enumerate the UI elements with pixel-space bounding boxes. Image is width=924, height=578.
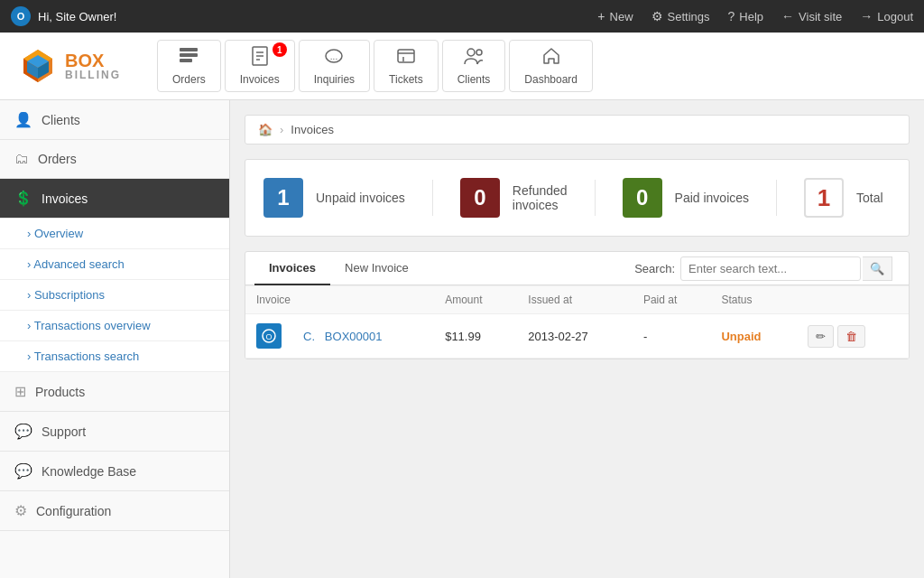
nav-inquiries[interactable]: ... Inquiries [299,40,370,92]
invoices-icon [250,46,270,71]
svg-rect-9 [180,59,192,62]
sidebar-item-clients[interactable]: 👤 Clients [0,100,229,140]
total-badge: 1 [804,178,844,218]
total-label: Total [856,191,883,205]
col-invoice: Invoice [245,286,434,314]
col-actions [797,286,909,314]
top-nav-links: + New ⚙ Settings ? Help ← Visit site → L… [597,9,913,23]
delete-button[interactable]: 🗑 [837,325,865,348]
search-label: Search: [634,262,675,275]
logo-text: BOX BILLING [65,51,121,80]
arrow-left-icon: ← [781,9,794,23]
stat-refunded: 0 Refundedinvoices [460,178,568,218]
submenu-advanced-search[interactable]: Advanced search [0,249,229,280]
nav-orders[interactable]: Orders [157,40,221,92]
stat-divider-2 [595,180,596,216]
sidebar-item-support[interactable]: 💬 Support [0,412,229,452]
col-issued: Issued at [517,286,633,314]
stat-total: 1 Total [804,178,883,218]
main-header: BOX BILLING Orders 1 Invoices ... Inquir… [0,33,924,100]
edit-button[interactable]: ✏ [808,325,834,348]
sidebar-item-configuration[interactable]: ⚙ Configuration [0,491,229,531]
support-sidebar-icon: 💬 [14,423,32,440]
brand-greeting: O Hi, Site Owner! [11,6,597,26]
help-link[interactable]: ? Help [728,9,764,23]
row-issued: 2013-02-27 [517,314,633,359]
svg-rect-8 [180,53,198,57]
invoice-tabs: Invoices New Invoice Search: 🔍 [245,252,909,285]
refunded-label: Refundedinvoices [513,183,568,212]
main-nav: Orders 1 Invoices ... Inquiries Tickets [157,40,593,92]
submenu-overview[interactable]: Overview [0,219,229,249]
tickets-icon [396,46,416,71]
row-actions: ✏ 🗑 [797,314,909,359]
top-bar: O Hi, Site Owner! + New ⚙ Settings ? Hel… [0,0,924,33]
stat-divider-1 [432,180,433,216]
tab-invoices[interactable]: Invoices [254,252,330,285]
logo-cube [18,46,58,86]
submenu-transactions-overview[interactable]: Transactions overview [0,311,229,341]
nav-invoices[interactable]: 1 Invoices [225,40,295,92]
new-link[interactable]: + New [597,9,633,23]
svg-rect-16 [398,50,414,62]
invoices-sidebar-icon: 💲 [14,190,32,207]
refunded-badge: 0 [460,178,500,218]
search-input[interactable] [680,256,861,281]
visit-site-link[interactable]: ← Visit site [781,9,842,23]
inquiries-icon: ... [324,46,344,71]
submenu-transactions-search[interactable]: Transactions search [0,341,229,372]
col-paid: Paid at [633,286,711,314]
nav-dashboard[interactable]: Dashboard [509,40,593,92]
settings-link[interactable]: ⚙ Settings [651,9,710,23]
greeting-text: Hi, Site Owner! [38,10,116,23]
tab-new-invoice[interactable]: New Invoice [330,252,423,285]
col-status: Status [710,286,797,314]
nav-tickets[interactable]: Tickets [374,40,439,92]
unpaid-label: Unpaid invoices [316,191,405,205]
row-status: Unpaid [710,314,797,359]
svg-point-19 [467,49,475,56]
help-icon: ? [728,9,735,23]
clients-icon [463,46,485,71]
invoices-badge: 1 [273,42,287,57]
paid-badge: 0 [623,178,662,218]
invoices-submenu: Overview Advanced search Subscriptions T… [0,219,229,372]
svg-point-20 [476,50,482,55]
table-header-row: Invoice Amount Issued at Paid at Status [245,286,909,314]
invoice-table: Invoice Amount Issued at Paid at Status … [245,285,909,359]
sidebar-item-knowledge-base[interactable]: 💬 Knowledge Base [0,452,229,491]
col-amount: Amount [434,286,517,314]
sidebar: 👤 Clients 🗂 Orders 💲 Invoices Overview A… [0,100,230,578]
arrow-right-icon: → [860,9,873,23]
nav-clients[interactable]: Clients [442,40,506,92]
stat-divider-3 [776,180,777,216]
unpaid-badge: 1 [263,178,303,218]
content-wrapper: 👤 Clients 🗂 Orders 💲 Invoices Overview A… [0,100,924,578]
svg-rect-7 [180,48,198,51]
svg-text:O: O [265,332,272,341]
row-icon-cell: O [245,314,292,359]
stat-unpaid: 1 Unpaid invoices [263,178,405,218]
main-content: 🏠 › Invoices 1 Unpaid invoices 0 Refunde… [230,100,924,578]
plus-icon: + [597,9,605,23]
settings-icon: ⚙ [651,9,663,23]
stat-paid: 0 Paid invoices [623,178,750,218]
svg-text:...: ... [330,51,337,61]
logo-area: BOX BILLING [18,46,121,86]
sidebar-item-invoices[interactable]: 💲 Invoices [0,179,229,219]
brand-icon: O [11,6,31,26]
orders-sidebar-icon: 🗂 [14,151,29,167]
paid-label: Paid invoices [675,191,750,205]
sidebar-item-orders[interactable]: 🗂 Orders [0,140,229,179]
logout-link[interactable]: → Logout [860,9,913,23]
sidebar-item-products[interactable]: ⊞ Products [0,372,229,412]
search-button[interactable]: 🔍 [863,256,892,281]
submenu-subscriptions[interactable]: Subscriptions [0,280,229,311]
clients-sidebar-icon: 👤 [14,111,32,128]
home-icon[interactable]: 🏠 [258,123,273,136]
dashboard-icon [541,46,561,71]
knowledge-sidebar-icon: 💬 [14,462,32,480]
orders-icon [178,46,199,71]
invoice-row-icon: O [256,323,282,349]
stats-row: 1 Unpaid invoices 0 Refundedinvoices 0 P… [245,159,910,237]
